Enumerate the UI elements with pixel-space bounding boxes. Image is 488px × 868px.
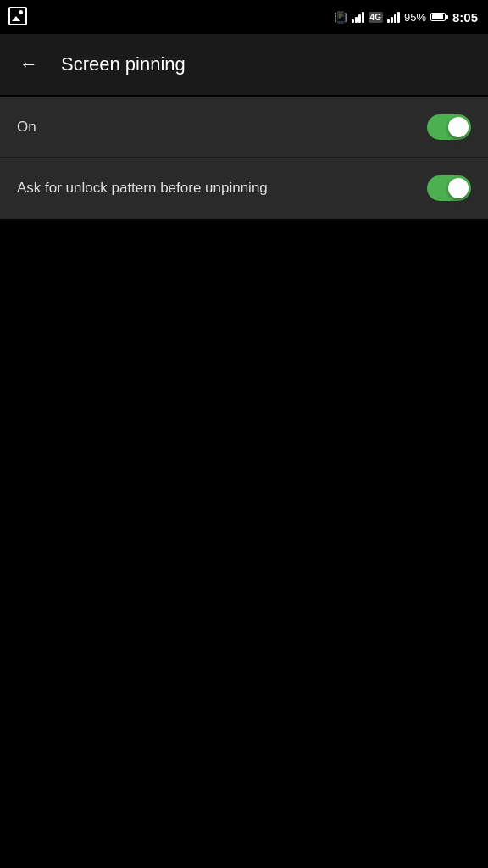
unlock-pattern-row[interactable]: Ask for unlock pattern before unpinning — [0, 158, 488, 219]
on-label: On — [17, 119, 427, 136]
status-time: 8:05 — [452, 10, 478, 25]
app-bar: ← Screen pinning — [0, 34, 488, 95]
signal-bars-2-icon — [387, 11, 400, 23]
unlock-pattern-label: Ask for unlock pattern before unpinning — [17, 180, 427, 197]
battery-percentage: 95% — [404, 11, 426, 24]
back-button[interactable]: ← — [14, 49, 44, 80]
signal-bars-icon — [352, 11, 364, 23]
status-icons: 📳 4G 95% 8:05 — [334, 10, 478, 25]
vibrate-icon: 📳 — [334, 11, 347, 24]
page-title: Screen pinning — [61, 53, 186, 75]
settings-section: On Ask for unlock pattern before unpinni… — [0, 97, 488, 219]
back-arrow-icon: ← — [19, 53, 38, 75]
status-bar: 📳 4G 95% 8:05 — [0, 0, 488, 34]
on-toggle-row[interactable]: On — [0, 97, 488, 158]
battery-icon — [430, 13, 448, 21]
unlock-pattern-toggle-switch[interactable] — [427, 175, 471, 201]
on-toggle-switch[interactable] — [427, 114, 471, 140]
app-icon — [8, 7, 27, 29]
toggle-thumb — [448, 117, 469, 137]
toggle-thumb-2 — [448, 178, 469, 198]
network-type-badge: 4G — [369, 12, 383, 23]
photo-app-icon — [8, 7, 27, 25]
